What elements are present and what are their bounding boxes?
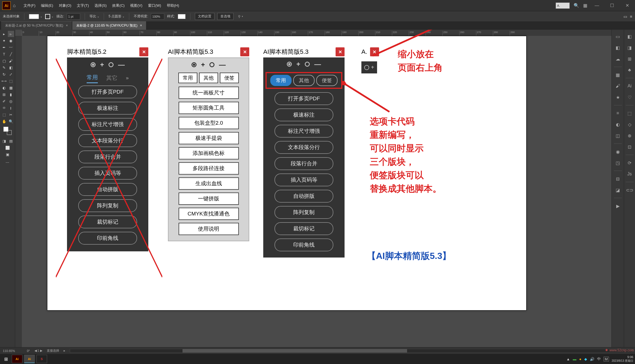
pen-tool[interactable]: ✒ (1, 44, 7, 50)
symbols-icon[interactable]: ★ (613, 93, 622, 102)
panel-icon[interactable]: Ai (625, 82, 634, 91)
gradient-mode-icon[interactable]: ▤ (8, 138, 14, 144)
width-tool[interactable]: ⟷ (1, 78, 7, 84)
close-tab-icon[interactable]: × (66, 24, 68, 27)
panel-icon[interactable]: ⊡ (625, 142, 634, 151)
gradient-tool[interactable]: ▮ (8, 91, 14, 98)
uniform-dropdown[interactable]: 等比 (89, 14, 99, 19)
panel-close-button[interactable]: ✕ (139, 47, 148, 56)
tab-notes[interactable]: 便签 (220, 73, 239, 83)
radio-option[interactable] (191, 62, 197, 67)
script-action-button[interactable]: 包装盒型2.0 (179, 117, 239, 129)
tab-notes[interactable]: 便签 (316, 75, 338, 86)
fill-swatch[interactable] (29, 14, 39, 19)
menu-object[interactable]: 对象(O) (57, 2, 74, 9)
color-swatches[interactable] (3, 127, 12, 135)
panel-icon[interactable]: Js (625, 170, 634, 178)
mesh-tool[interactable]: ⊞ (1, 91, 7, 98)
script-action-button[interactable]: 生成出血线 (179, 177, 239, 190)
radio-option[interactable] (209, 62, 214, 67)
volume-icon[interactable]: 🔊 (590, 357, 594, 361)
shaper-tool[interactable]: ✎ (1, 64, 7, 71)
tab-common[interactable]: 常用 (87, 73, 98, 83)
screen-mode-icon[interactable]: ▣ (4, 151, 11, 157)
menu-file[interactable]: 文件(F) (21, 2, 38, 9)
script-action-button[interactable]: 印前角线 (78, 232, 137, 245)
task-app-icon[interactable]: S (36, 355, 47, 363)
panel-icon[interactable]: ⟳ (625, 158, 634, 167)
script-action-button[interactable]: 矩形圆角工具 (179, 102, 239, 114)
script-action-button[interactable]: 文本段落分行 (78, 134, 137, 147)
perspective-tool[interactable]: ▦ (8, 85, 14, 91)
script-action-button[interactable]: 使用说明 (179, 223, 239, 235)
style-swatch[interactable] (178, 14, 186, 19)
ime-icon[interactable]: 中 (597, 356, 601, 361)
tab-other[interactable]: 其他 (199, 73, 218, 83)
script-action-button[interactable]: 文本段落分行 (274, 141, 333, 154)
start-button[interactable]: ⊞ (2, 355, 10, 363)
slice-tool[interactable]: ✂ (8, 112, 14, 118)
ime-box-icon[interactable]: M (604, 357, 609, 361)
eyedropper-tool[interactable]: ✐ (1, 98, 7, 104)
appearance-icon[interactable]: ◉ (613, 147, 622, 156)
tab-other[interactable]: 其它 (106, 73, 117, 83)
menu-effect[interactable]: 效果(C) (110, 2, 127, 9)
mini-collapsed-panel[interactable]: + (361, 61, 377, 73)
curvature-tool[interactable]: 〰 (8, 44, 14, 50)
hand-tool[interactable]: ✋ (1, 118, 7, 124)
scrollbar-thumb[interactable] (183, 349, 407, 353)
prefs-button[interactable]: 首选项 (217, 13, 234, 20)
brush-dropdown[interactable]: 5 点圆形 (108, 14, 124, 19)
workspace-icon[interactable]: ▦ (583, 3, 587, 8)
script-action-button[interactable]: 印前角线 (274, 238, 333, 251)
rotate-tool[interactable]: ↻ (1, 71, 7, 77)
radio-option[interactable] (91, 62, 96, 67)
panel-close-button[interactable]: ✕ (336, 47, 345, 56)
menu-view[interactable]: 视图(V) (128, 2, 144, 9)
stroke-panel-icon[interactable]: ≡ (613, 109, 622, 118)
minimized-script-indicator[interactable]: A. (556, 3, 570, 9)
script-action-button[interactable]: 自动拼版 (78, 183, 137, 196)
lasso-tool[interactable]: ◉ (8, 38, 14, 44)
panel-icon[interactable]: ◇ (625, 120, 634, 129)
close-button[interactable]: ✕ (622, 1, 633, 10)
graph-tool[interactable]: ⫿ (8, 105, 14, 111)
canvas[interactable]: 脚本精简版5.2 ✕ + — 常用 其它 » 打开多页PDF极速 (22, 36, 611, 341)
zoom-tool[interactable]: 🔍 (8, 118, 14, 124)
script-action-button[interactable]: 一键拼版 (179, 193, 239, 205)
script-action-button[interactable]: 打开多页PDF (78, 85, 137, 98)
draw-mode-icon[interactable]: ⬜ (4, 145, 11, 151)
menu-window[interactable]: 窗口(W) (146, 2, 163, 9)
task-ai-icon[interactable]: Ai (12, 355, 22, 363)
menu-select[interactable]: 选择(S) (92, 2, 109, 9)
script-action-button[interactable]: 插入页码等 (274, 173, 333, 186)
type-tool[interactable]: T (1, 51, 7, 57)
layers-icon[interactable]: ◧ (613, 43, 622, 52)
panel-icon[interactable]: ♡ (625, 93, 634, 102)
script-action-button[interactable]: 添加画稿色标 (179, 147, 239, 159)
script-action-button[interactable]: 段落行合并 (274, 157, 333, 170)
paintbrush-tool[interactable]: 🖌 (8, 58, 14, 64)
menu-help[interactable]: 帮助(H) (165, 2, 181, 9)
script-action-button[interactable]: 极速标注 (274, 108, 333, 121)
script-action-button[interactable]: 阵列复制 (78, 199, 137, 212)
radio-option[interactable] (287, 62, 292, 67)
script-action-button[interactable]: 极速手提袋 (179, 132, 239, 144)
menu-edit[interactable]: 编辑(E) (39, 2, 55, 9)
opacity-input[interactable] (151, 13, 164, 20)
transparency-icon[interactable]: ◫ (613, 131, 622, 140)
symbol-sprayer-tool[interactable]: ፨ (1, 105, 7, 111)
script-action-button[interactable]: 统一画板尺寸 (179, 87, 239, 99)
panel-close-button[interactable]: ✕ (240, 47, 249, 56)
blend-tool[interactable]: ◎ (8, 98, 14, 104)
maximize-button[interactable]: ☐ (606, 1, 618, 10)
selection-tool[interactable]: ▸ (1, 31, 7, 37)
script-action-button[interactable]: CMYK查找潘通色 (179, 208, 239, 220)
color-mode-icon[interactable]: ◨ (1, 138, 7, 144)
tab-common[interactable]: 常用 (178, 73, 197, 83)
line-tool[interactable]: ╱ (8, 51, 14, 57)
scale-tool[interactable]: ⤢ (8, 71, 14, 77)
libraries-icon[interactable]: ☁ (613, 54, 622, 63)
script-action-button[interactable]: 段落行合并 (78, 150, 137, 163)
zoom-level[interactable]: 110.65% (3, 349, 22, 353)
